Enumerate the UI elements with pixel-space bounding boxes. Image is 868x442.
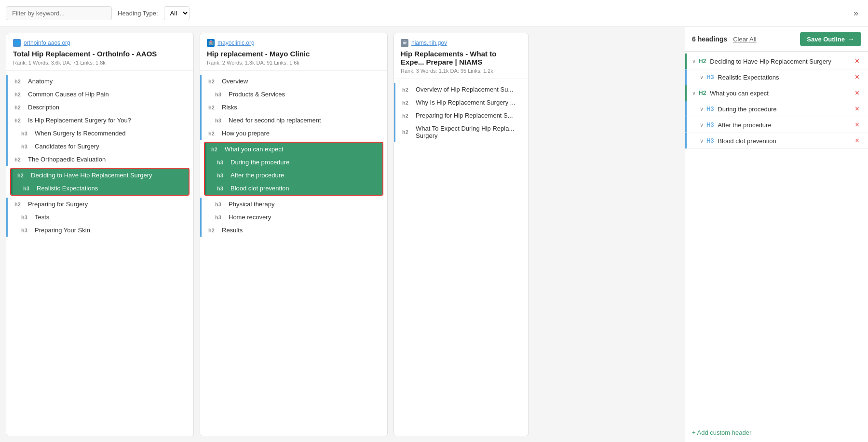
heading-item[interactable]: h3 Physical therapy [200, 198, 387, 211]
source-url-row: 🏥 mayoclinic.org [207, 39, 380, 47]
outline-level-tag: H3 [706, 137, 714, 144]
heading-count: 6 headings [692, 35, 727, 43]
heading-item[interactable]: h3 Tests [6, 211, 193, 224]
save-outline-button[interactable]: Save Outline → [800, 32, 861, 46]
outline-item: ∨ H2 Deciding to Have Hip Replacement Su… [685, 54, 868, 69]
outline-item-text: What you can expect [710, 90, 853, 97]
outline-items: ∨ H2 Deciding to Have Hip Replacement Su… [685, 52, 868, 423]
top-bar: Heading Type: All » [0, 0, 868, 27]
mayo-url[interactable]: mayoclinic.org [217, 40, 255, 46]
heading-item[interactable]: h3 When Surgery Is Recommended [6, 127, 193, 140]
heading-item[interactable]: h2 Preparing for Hip Replacement S... [394, 109, 528, 122]
remove-outline-item-button[interactable]: × [853, 137, 861, 145]
heading-item[interactable]: h3 Home recovery [200, 211, 387, 224]
remove-outline-item-button[interactable]: × [853, 89, 861, 97]
remove-outline-item-button[interactable]: × [853, 57, 861, 65]
heading-item-selected[interactable]: h3 Blood clot prevention [205, 182, 382, 195]
source-header-niams: 🏛 niams.nih.gov Hip Replacements - What … [394, 33, 528, 79]
heading-item[interactable]: h3 Products & Services [200, 88, 387, 101]
heading-item[interactable]: h2 How you prepare [200, 127, 387, 140]
chevron-down-icon[interactable]: ∨ [692, 58, 696, 65]
heading-item-selected[interactable]: h2 Deciding to Have Hip Replacement Surg… [11, 169, 189, 182]
right-panel: 6 headings Clear All Save Outline → ∨ H2… [685, 27, 868, 442]
outline-item-text: After the procedure [718, 121, 853, 129]
heading-item[interactable]: h2 Overview of Hip Replacement Su... [394, 83, 528, 96]
h2-accent [685, 85, 687, 101]
heading-item[interactable]: h2 Common Causes of Hip Pain [6, 88, 193, 101]
heading-item[interactable]: h2 The Orthopaedic Evaluation [6, 153, 193, 166]
h3-accent [685, 69, 687, 85]
outline-level-tag: H2 [699, 90, 706, 96]
sources-area: 🌐 orthoinfo.aaos.org Total Hip Replaceme… [0, 27, 685, 442]
right-panel-header: 6 headings Clear All Save Outline → [685, 27, 868, 52]
remove-outline-item-button[interactable]: × [853, 73, 861, 81]
h3-accent [685, 101, 687, 117]
source-card-aaos: 🌐 orthoinfo.aaos.org Total Hip Replaceme… [6, 33, 194, 436]
source-header-mayo: 🏥 mayoclinic.org Hip replacement - Mayo … [200, 33, 387, 71]
outline-item: ∨ H2 What you can expect × [685, 85, 868, 101]
source-header-aaos: 🌐 orthoinfo.aaos.org Total Hip Replaceme… [6, 33, 193, 71]
aaos-headings: h2 Anatomy h2 Common Causes of Hip Pain … [6, 71, 193, 436]
outline-level-tag: H3 [706, 121, 714, 128]
source-card-mayo: 🏥 mayoclinic.org Hip replacement - Mayo … [200, 33, 388, 436]
chevron-down-icon[interactable]: ∨ [700, 138, 704, 144]
heading-item[interactable]: h2 Preparing for Surgery [6, 198, 193, 211]
heading-item-selected[interactable]: h3 After the procedure [205, 169, 382, 182]
heading-item[interactable]: h3 Need for second hip replacement [200, 114, 387, 127]
niams-url[interactable]: niams.nih.gov [411, 40, 447, 46]
outline-item-text: Blood clot prevention [718, 137, 853, 145]
chevron-down-icon[interactable]: ∨ [700, 122, 704, 128]
outline-item: ∨ H3 During the procedure × [685, 101, 868, 117]
heading-item[interactable]: h3 Preparing Your Skin [6, 224, 193, 237]
clear-all-button[interactable]: Clear All [733, 36, 756, 43]
main-layout: 🌐 orthoinfo.aaos.org Total Hip Replaceme… [0, 27, 868, 442]
mayo-headings: h2 Overview h3 Products & Services h2 Ri… [200, 71, 387, 436]
heading-item-selected[interactable]: h3 During the procedure [205, 156, 382, 169]
h3-accent [685, 133, 687, 148]
heading-item[interactable]: h2 Results [200, 224, 387, 237]
niams-meta: Rank: 3 Words: 1.1k DA: 95 Links: 1.2k [401, 68, 521, 74]
heading-item[interactable]: h2 Is Hip Replacement Surgery for You? [6, 114, 193, 127]
filter-input[interactable] [6, 6, 112, 20]
heading-item-selected[interactable]: h2 What you can expect [205, 143, 382, 156]
outline-level-tag: H3 [706, 106, 714, 112]
outline-item-text: Realistic Expectations [718, 74, 853, 81]
outline-item: ∨ H3 Blood clot prevention × [685, 133, 868, 149]
heading-type-label: Heading Type: [118, 10, 158, 17]
add-custom-header-button[interactable]: + Add custom header [685, 423, 868, 442]
outline-item: ∨ H3 After the procedure × [685, 117, 868, 133]
chevron-down-icon[interactable]: ∨ [692, 90, 696, 96]
save-outline-label: Save Outline [807, 36, 845, 43]
niams-title: Hip Replacements - What to Expe... Prepa… [401, 50, 521, 66]
expand-icon[interactable]: » [850, 6, 862, 20]
source-url-row: 🌐 orthoinfo.aaos.org [13, 39, 187, 47]
mayo-title: Hip replacement - Mayo Clinic [207, 50, 380, 58]
outline-level-tag: H2 [699, 58, 706, 65]
heading-item[interactable]: h2 Description [6, 101, 193, 114]
aaos-selected-group: h2 Deciding to Have Hip Replacement Surg… [10, 168, 190, 196]
heading-item[interactable]: h2 Why Is Hip Replacement Surgery ... [394, 96, 528, 109]
h3-accent [685, 117, 687, 133]
remove-outline-item-button[interactable]: × [853, 121, 861, 129]
heading-item-selected[interactable]: h3 Realistic Expectations [11, 182, 189, 195]
chevron-down-icon[interactable]: ∨ [700, 74, 704, 80]
chevron-down-icon[interactable]: ∨ [700, 106, 704, 112]
mayo-selected-group: h2 What you can expect h3 During the pro… [204, 142, 383, 196]
outline-item-text: During the procedure [718, 106, 853, 113]
heading-item[interactable]: h2 Risks [200, 101, 387, 114]
heading-item[interactable]: h2 Anatomy [6, 75, 193, 88]
niams-headings: h2 Overview of Hip Replacement Su... h2 … [394, 79, 528, 436]
heading-item[interactable]: h2 What To Expect During Hip Repla... Su… [394, 122, 528, 142]
mayo-favicon: 🏥 [207, 39, 215, 47]
mayo-meta: Rank: 2 Words: 1.3k DA: 91 Links: 1.6k [207, 60, 380, 66]
heading-item[interactable]: h3 Candidates for Surgery [6, 140, 193, 153]
niams-favicon: 🏛 [401, 39, 408, 47]
aaos-url[interactable]: orthoinfo.aaos.org [24, 40, 70, 46]
aaos-favicon: 🌐 [13, 39, 21, 47]
outline-item-text: Deciding to Have Hip Replacement Surgery [710, 58, 853, 65]
heading-type-select[interactable]: All [164, 6, 190, 20]
heading-item[interactable]: h2 Overview [200, 75, 387, 88]
remove-outline-item-button[interactable]: × [853, 105, 861, 113]
arrow-right-icon: → [848, 35, 854, 43]
source-card-niams: 🏛 niams.nih.gov Hip Replacements - What … [393, 33, 529, 436]
